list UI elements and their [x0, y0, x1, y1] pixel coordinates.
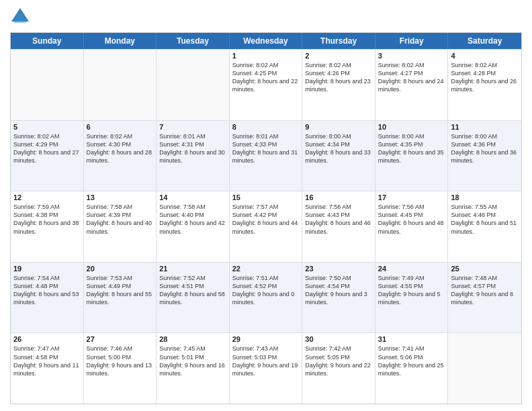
day-number: 6	[87, 123, 154, 131]
cal-cell: 18Sunrise: 7:55 AMSunset: 4:46 PMDayligh…	[448, 191, 521, 262]
day-number: 22	[232, 265, 300, 273]
cal-cell: 16Sunrise: 7:56 AMSunset: 4:43 PMDayligh…	[302, 191, 375, 262]
cal-week-4: 26Sunrise: 7:47 AMSunset: 4:58 PMDayligh…	[11, 332, 521, 404]
day-number: 3	[378, 52, 445, 60]
day-info: Sunrise: 7:58 AMSunset: 4:40 PMDaylight:…	[159, 203, 226, 236]
day-info: Sunrise: 7:55 AMSunset: 4:46 PMDaylight:…	[451, 203, 519, 236]
day-info: Sunrise: 7:56 AMSunset: 4:43 PMDaylight:…	[305, 203, 372, 236]
cal-cell: 29Sunrise: 7:43 AMSunset: 5:03 PMDayligh…	[230, 333, 303, 404]
day-info: Sunrise: 8:00 AMSunset: 4:34 PMDaylight:…	[305, 132, 372, 165]
day-info: Sunrise: 7:59 AMSunset: 4:38 PMDaylight:…	[13, 203, 81, 236]
day-number: 17	[378, 193, 445, 201]
cal-cell: 25Sunrise: 7:48 AMSunset: 4:57 PMDayligh…	[448, 263, 521, 333]
day-info: Sunrise: 7:53 AMSunset: 4:49 PMDaylight:…	[87, 274, 154, 307]
day-info: Sunrise: 8:01 AMSunset: 4:33 PMDaylight:…	[232, 132, 300, 165]
calendar: SundayMondayTuesdayWednesdayThursdayFrid…	[10, 32, 522, 404]
cal-week-2: 12Sunrise: 7:59 AMSunset: 4:38 PMDayligh…	[11, 191, 521, 262]
day-info: Sunrise: 7:52 AMSunset: 4:51 PMDaylight:…	[159, 274, 226, 307]
cal-cell: 13Sunrise: 7:58 AMSunset: 4:39 PMDayligh…	[84, 191, 157, 262]
cal-cell: 14Sunrise: 7:58 AMSunset: 4:40 PMDayligh…	[157, 191, 230, 262]
day-info: Sunrise: 7:56 AMSunset: 4:45 PMDaylight:…	[378, 203, 445, 236]
day-info: Sunrise: 7:46 AMSunset: 5:00 PMDaylight:…	[87, 345, 154, 377]
day-number: 23	[305, 265, 372, 273]
cal-cell: 26Sunrise: 7:47 AMSunset: 4:58 PMDayligh…	[11, 333, 84, 404]
day-info: Sunrise: 8:00 AMSunset: 4:35 PMDaylight:…	[378, 132, 445, 165]
day-info: Sunrise: 8:02 AMSunset: 4:25 PMDaylight:…	[232, 61, 300, 94]
day-number: 5	[13, 123, 81, 131]
col-header-tuesday: Tuesday	[157, 33, 230, 49]
cal-cell: 1Sunrise: 8:02 AMSunset: 4:25 PMDaylight…	[230, 50, 303, 120]
day-number: 19	[13, 265, 81, 273]
calendar-header-row: SundayMondayTuesdayWednesdayThursdayFrid…	[11, 33, 521, 49]
day-number: 7	[159, 123, 226, 131]
day-info: Sunrise: 7:48 AMSunset: 4:57 PMDaylight:…	[451, 274, 519, 307]
cal-cell: 7Sunrise: 8:01 AMSunset: 4:31 PMDaylight…	[157, 121, 230, 191]
col-header-monday: Monday	[84, 33, 157, 49]
day-info: Sunrise: 8:02 AMSunset: 4:29 PMDaylight:…	[13, 132, 81, 165]
day-info: Sunrise: 7:50 AMSunset: 4:54 PMDaylight:…	[305, 274, 372, 307]
day-number: 16	[305, 193, 372, 201]
cal-cell: 20Sunrise: 7:53 AMSunset: 4:49 PMDayligh…	[84, 263, 157, 333]
cal-cell: 12Sunrise: 7:59 AMSunset: 4:38 PMDayligh…	[11, 191, 84, 262]
day-info: Sunrise: 8:02 AMSunset: 4:27 PMDaylight:…	[378, 61, 445, 94]
cal-cell: 8Sunrise: 8:01 AMSunset: 4:33 PMDaylight…	[230, 121, 303, 191]
cal-cell: 28Sunrise: 7:45 AMSunset: 5:01 PMDayligh…	[157, 333, 230, 404]
day-number: 9	[305, 123, 372, 131]
cal-week-0: 1Sunrise: 8:02 AMSunset: 4:25 PMDaylight…	[11, 49, 521, 120]
day-number: 27	[87, 335, 154, 343]
cal-cell: 22Sunrise: 7:51 AMSunset: 4:52 PMDayligh…	[230, 263, 303, 333]
day-info: Sunrise: 8:02 AMSunset: 4:30 PMDaylight:…	[87, 132, 154, 165]
cal-week-3: 19Sunrise: 7:54 AMSunset: 4:48 PMDayligh…	[11, 262, 521, 333]
cal-cell: 9Sunrise: 8:00 AMSunset: 4:34 PMDaylight…	[302, 121, 375, 191]
day-info: Sunrise: 7:41 AMSunset: 5:06 PMDaylight:…	[378, 345, 445, 377]
day-info: Sunrise: 7:51 AMSunset: 4:52 PMDaylight:…	[232, 274, 300, 307]
cal-cell: 31Sunrise: 7:41 AMSunset: 5:06 PMDayligh…	[375, 333, 449, 404]
cal-cell: 2Sunrise: 8:02 AMSunset: 4:26 PMDaylight…	[302, 50, 375, 120]
page: SundayMondayTuesdayWednesdayThursdayFrid…	[0, 0, 532, 411]
day-number: 20	[87, 265, 154, 273]
day-info: Sunrise: 7:42 AMSunset: 5:05 PMDaylight:…	[305, 345, 372, 377]
day-number: 25	[451, 265, 519, 273]
cal-cell	[157, 50, 230, 120]
cal-cell: 4Sunrise: 8:02 AMSunset: 4:28 PMDaylight…	[448, 50, 521, 120]
logo	[10, 7, 33, 27]
day-number: 28	[159, 335, 226, 343]
col-header-saturday: Saturday	[448, 33, 521, 49]
day-number: 2	[305, 52, 372, 60]
day-number: 21	[159, 265, 226, 273]
cal-cell	[84, 50, 157, 120]
day-number: 15	[232, 193, 300, 201]
day-info: Sunrise: 8:02 AMSunset: 4:28 PMDaylight:…	[451, 61, 519, 94]
day-number: 14	[159, 193, 226, 201]
col-header-wednesday: Wednesday	[230, 33, 303, 49]
day-info: Sunrise: 7:54 AMSunset: 4:48 PMDaylight:…	[13, 274, 81, 307]
cal-cell: 30Sunrise: 7:42 AMSunset: 5:05 PMDayligh…	[302, 333, 375, 404]
col-header-thursday: Thursday	[302, 33, 375, 49]
day-number: 12	[13, 193, 81, 201]
day-info: Sunrise: 7:58 AMSunset: 4:39 PMDaylight:…	[87, 203, 154, 236]
day-number: 18	[451, 193, 519, 201]
day-number: 8	[232, 123, 300, 131]
logo-icon	[10, 7, 30, 27]
col-header-friday: Friday	[375, 33, 449, 49]
cal-cell	[448, 333, 521, 404]
day-number: 10	[378, 123, 445, 131]
day-info: Sunrise: 7:57 AMSunset: 4:42 PMDaylight:…	[232, 203, 300, 236]
day-number: 30	[305, 335, 372, 343]
cal-week-1: 5Sunrise: 8:02 AMSunset: 4:29 PMDaylight…	[11, 120, 521, 191]
col-header-sunday: Sunday	[11, 33, 84, 49]
cal-cell: 5Sunrise: 8:02 AMSunset: 4:29 PMDaylight…	[11, 121, 84, 191]
day-info: Sunrise: 7:43 AMSunset: 5:03 PMDaylight:…	[232, 345, 300, 377]
header	[10, 7, 522, 27]
day-number: 24	[378, 265, 445, 273]
day-info: Sunrise: 7:47 AMSunset: 4:58 PMDaylight:…	[13, 345, 81, 377]
cal-cell: 21Sunrise: 7:52 AMSunset: 4:51 PMDayligh…	[157, 263, 230, 333]
day-info: Sunrise: 8:02 AMSunset: 4:26 PMDaylight:…	[305, 61, 372, 94]
day-number: 26	[13, 335, 81, 343]
day-number: 31	[378, 335, 445, 343]
day-info: Sunrise: 7:49 AMSunset: 4:55 PMDaylight:…	[378, 274, 445, 307]
day-info: Sunrise: 8:00 AMSunset: 4:36 PMDaylight:…	[451, 132, 519, 165]
cal-cell: 19Sunrise: 7:54 AMSunset: 4:48 PMDayligh…	[11, 263, 84, 333]
day-info: Sunrise: 7:45 AMSunset: 5:01 PMDaylight:…	[159, 345, 226, 377]
day-number: 29	[232, 335, 300, 343]
